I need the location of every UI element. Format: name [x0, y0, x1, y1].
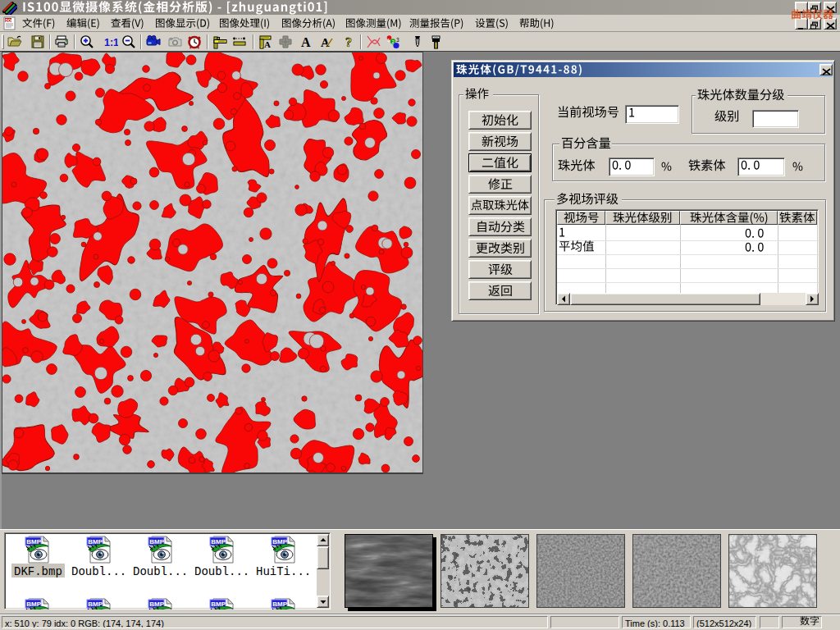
svg-text:A: A [301, 35, 311, 49]
svg-text:A: A [264, 39, 271, 49]
svg-text:3: 3 [396, 37, 399, 43]
svg-text:1:1: 1:1 [104, 37, 118, 48]
svg-text:?: ? [345, 35, 352, 49]
svg-text:DOC: DOC [5, 19, 14, 23]
